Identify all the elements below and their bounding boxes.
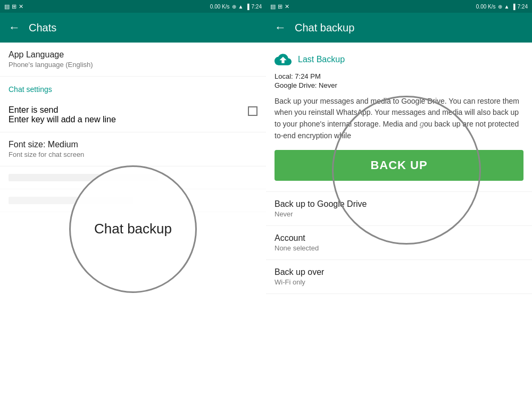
description-text-2: ou back up are not protected bbox=[424, 120, 519, 128]
left-status-icons: ▤ ⊞ ✕ bbox=[4, 3, 23, 10]
enter-is-send-checkbox[interactable] bbox=[248, 106, 257, 116]
right-status-bar: ▤ ⊞ ✕ 0.00 K/s ⊕ ▲ ▐ 7:24 bbox=[266, 0, 532, 13]
blurred-item-2 bbox=[0, 189, 266, 212]
left-title: Chats bbox=[29, 22, 56, 34]
backup-description: Back up your messages and media to Googl… bbox=[275, 96, 523, 141]
signal-icon: ▲ bbox=[238, 4, 244, 10]
google-text: g bbox=[420, 119, 424, 128]
back-up-button[interactable]: BACK UP bbox=[275, 150, 523, 181]
right-image-icon: ⊞ bbox=[278, 3, 282, 10]
backup-over-title: Back up over bbox=[275, 267, 523, 277]
cloud-upload-icon bbox=[275, 51, 292, 68]
right-status-icons-left: ▤ ⊞ ✕ bbox=[270, 3, 289, 10]
right-title: Chat backup bbox=[295, 22, 354, 34]
blurred-item-1 bbox=[0, 166, 266, 189]
font-size-subtitle: Font size for chat screen bbox=[9, 150, 257, 158]
enter-is-send-title: Enter is send bbox=[9, 105, 116, 115]
back-button-left[interactable]: ← bbox=[9, 21, 20, 35]
backup-over-subtitle: Wi-Fi only bbox=[275, 278, 523, 286]
right-close-icon: ✕ bbox=[285, 3, 289, 10]
account-subtitle: None selected bbox=[275, 244, 523, 252]
backup-over-item[interactable]: Back up over Wi-Fi only bbox=[266, 260, 532, 294]
back-button-right[interactable]: ← bbox=[275, 21, 286, 35]
app-language-item[interactable]: App Language Phone's language (English) bbox=[0, 43, 266, 77]
left-panel: ▤ ⊞ ✕ 0.00 K/s ⊕ ▲ ▐ 7:24 ← Chats App La… bbox=[0, 0, 266, 394]
drive-backup-time: Google Drive: Never bbox=[275, 81, 523, 89]
wifi-icon: ⊕ bbox=[232, 4, 236, 10]
right-status-info: 0.00 K/s ⊕ ▲ ▐ 7:24 bbox=[476, 4, 528, 10]
time-display: 7:24 bbox=[252, 4, 262, 10]
font-size-title: Font size: Medium bbox=[9, 140, 257, 149]
right-time-display: 7:24 bbox=[518, 4, 528, 10]
last-backup-label: Last Backup bbox=[298, 55, 345, 64]
backup-header: Last Backup bbox=[275, 51, 523, 68]
description-text-3: to-end encryption while bbox=[275, 131, 351, 140]
right-content: Last Backup Local: 7:24 PM Google Drive:… bbox=[266, 43, 532, 394]
backup-section: Last Backup Local: 7:24 PM Google Drive:… bbox=[266, 43, 532, 192]
network-speed: 0.00 K/s bbox=[210, 4, 230, 10]
account-item[interactable]: Account None selected bbox=[266, 226, 532, 260]
right-app-bar: ← Chat backup bbox=[266, 13, 532, 43]
close-icon: ✕ bbox=[19, 3, 23, 10]
backup-to-drive-subtitle: Never bbox=[275, 210, 523, 218]
backup-to-drive-item[interactable]: Back up to Google Drive Never bbox=[266, 192, 532, 226]
right-network-speed: 0.00 K/s bbox=[476, 4, 496, 10]
right-signal-icon: ▲ bbox=[504, 4, 510, 10]
app-language-title: App Language bbox=[9, 50, 257, 60]
right-battery-icon: ▐ bbox=[511, 4, 515, 10]
image-icon: ⊞ bbox=[12, 3, 16, 10]
backup-to-drive-title: Back up to Google Drive bbox=[275, 199, 523, 209]
local-backup-time: Local: 7:24 PM bbox=[275, 72, 523, 80]
enter-is-send-subtitle: Enter key will add a new line bbox=[9, 115, 116, 124]
notification-icon: ▤ bbox=[4, 3, 10, 10]
left-content: App Language Phone's language (English) … bbox=[0, 43, 266, 394]
font-size-item[interactable]: Font size: Medium Font size for chat scr… bbox=[0, 132, 266, 166]
battery-icon: ▐ bbox=[245, 4, 249, 10]
left-status-bar: ▤ ⊞ ✕ 0.00 K/s ⊕ ▲ ▐ 7:24 bbox=[0, 0, 266, 13]
left-app-bar: ← Chats bbox=[0, 13, 266, 43]
right-status-info: 0.00 K/s ⊕ ▲ ▐ 7:24 bbox=[210, 4, 262, 10]
right-panel: ▤ ⊞ ✕ 0.00 K/s ⊕ ▲ ▐ 7:24 ← Chat backup … bbox=[266, 0, 532, 394]
account-title: Account bbox=[275, 233, 523, 243]
right-wifi-icon: ⊕ bbox=[498, 4, 502, 10]
right-notification-icon: ▤ bbox=[270, 3, 276, 10]
enter-is-send-item[interactable]: Enter is send Enter key will add a new l… bbox=[0, 98, 266, 132]
app-language-subtitle: Phone's language (English) bbox=[9, 61, 257, 69]
chat-settings-header: Chat settings bbox=[0, 77, 266, 98]
